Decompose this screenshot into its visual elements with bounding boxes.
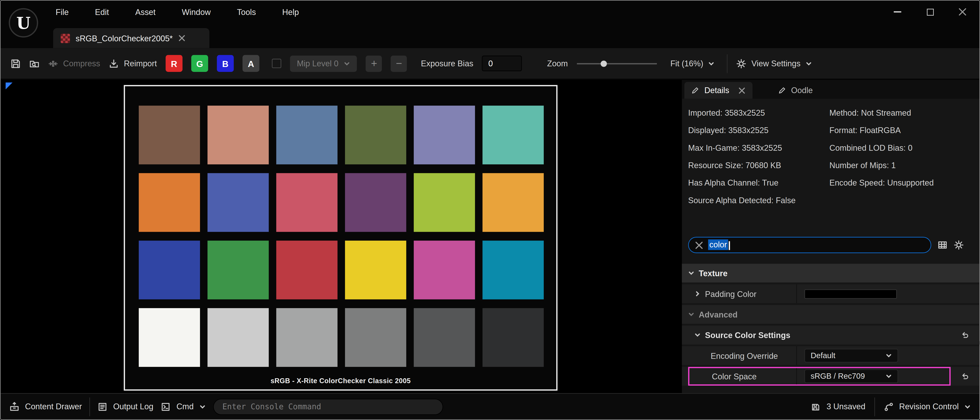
zoom-slider-thumb[interactable] (601, 60, 607, 67)
unreal-texture-editor-window: U File Edit Asset Window Tools Help sRGB… (0, 0, 980, 420)
swatch-neutral-35 (414, 308, 475, 367)
minus-icon: − (396, 57, 402, 70)
texture-info: Imported: 3583x2525 Displayed: 3583x2525… (682, 99, 979, 209)
save-button[interactable] (11, 59, 21, 68)
minimize-button[interactable] (891, 5, 904, 19)
exposure-bias-input[interactable]: 0 (482, 55, 522, 71)
swatch-yellow (345, 241, 406, 300)
reset-to-default-icon[interactable] (961, 331, 969, 339)
details-panel: Details Oodle Imported: 3583x2525 Displa… (681, 80, 979, 393)
source-color-settings-header[interactable]: Source Color Settings (682, 326, 979, 344)
cmd-icon (161, 401, 171, 412)
color-space-row: Color Space sRGB / Rec709 (682, 367, 979, 386)
collapse-arrow-icon (688, 270, 694, 276)
collapse-arrow-icon (688, 311, 694, 317)
text-caret (729, 241, 730, 250)
maximize-icon (927, 8, 934, 16)
details-close-icon[interactable] (738, 87, 746, 94)
details-search-row: color (682, 236, 979, 254)
padding-color-label-cell: Padding Color (682, 284, 796, 303)
expand-arrow-icon[interactable] (694, 291, 701, 297)
swatch-yellow-green (414, 173, 475, 232)
channel-r-button[interactable]: R (165, 55, 183, 72)
swatch-bluish-green (482, 106, 544, 164)
chevron-down-icon (886, 373, 892, 379)
menu-items: File Edit Asset Window Tools Help (53, 6, 301, 18)
close-button[interactable] (956, 5, 969, 19)
texture-thumbnail-icon (60, 33, 70, 43)
texture-section-header[interactable]: Texture (682, 264, 979, 282)
mip-plus-button[interactable]: + (366, 55, 382, 72)
unsaved-assets-button[interactable]: 3 Unsaved (811, 401, 865, 412)
color-space-value-cell: sRGB / Rec709 (796, 368, 950, 385)
search-input[interactable]: color (688, 237, 931, 253)
collapse-arrow-icon (694, 332, 701, 338)
texture-viewport[interactable]: sRGB - X-Rite ColorChecker Classic 2005 (1, 80, 681, 393)
reimport-button[interactable]: Reimport (109, 59, 157, 68)
find-in-content-browser-button[interactable] (29, 59, 39, 68)
compress-button[interactable]: Compress (48, 59, 100, 68)
swatch-neutral-5 (345, 308, 406, 367)
color-space-dropdown[interactable]: sRGB / Rec709 (804, 369, 898, 383)
cmd-dropdown[interactable]: Cmd (161, 401, 205, 412)
info-num-mips: Number of Mips: 1 (829, 157, 934, 174)
menu-tools[interactable]: Tools (234, 6, 258, 18)
menu-asset[interactable]: Asset (133, 6, 158, 18)
fit-dropdown[interactable]: Fit (16%) (670, 59, 714, 68)
clear-search-icon[interactable] (695, 241, 703, 249)
texture-info-left-column: Imported: 3583x2525 Displayed: 3583x2525… (688, 104, 795, 209)
statusbar-right-group: 3 Unsaved Revision Control (811, 397, 970, 416)
unreal-logo[interactable]: U (9, 8, 38, 38)
oodle-icon (778, 86, 786, 94)
gear-icon (737, 59, 746, 68)
zoom-slider[interactable] (577, 60, 657, 67)
mip-minus-button[interactable]: − (391, 55, 407, 72)
padding-color-row[interactable]: Padding Color (682, 284, 979, 303)
menu-edit[interactable]: Edit (92, 6, 111, 18)
swatch-grid (139, 106, 544, 367)
window-controls (891, 1, 969, 23)
chevron-down-icon (805, 60, 812, 67)
info-method: Method: Not Streamed (829, 104, 934, 122)
tab-close-icon[interactable] (178, 34, 186, 42)
console-command-input[interactable] (213, 398, 443, 415)
tab-oodle[interactable]: Oodle (771, 82, 819, 99)
channel-g-button[interactable]: G (191, 55, 208, 72)
view-settings-dropdown[interactable]: View Settings (737, 59, 812, 68)
revision-control-button[interactable]: Revision Control (883, 401, 970, 412)
swatch-black (482, 308, 544, 367)
asset-tab-title: sRGB_ColorChecker2005* (76, 33, 173, 43)
statusbar-separator (89, 397, 90, 416)
swatch-cyan (482, 241, 544, 300)
chevron-down-icon (964, 404, 970, 410)
advanced-section-header[interactable]: Advanced (682, 305, 979, 324)
swatch-neutral-65 (276, 308, 337, 367)
encoding-override-dropdown[interactable]: Default (804, 349, 898, 363)
details-tab-strip: Details Oodle (682, 80, 979, 99)
main-area: sRGB - X-Rite ColorChecker Classic 2005 … (1, 80, 979, 393)
swatch-blue-flower (414, 106, 475, 164)
mip-level-checkbox[interactable] (272, 59, 281, 68)
output-log-button[interactable]: Output Log (97, 401, 153, 412)
info-lod-bias: Combined LOD Bias: 0 (829, 139, 934, 157)
plus-icon: + (371, 57, 377, 70)
menu-file[interactable]: File (53, 6, 71, 18)
color-space-highlight-box: Color Space sRGB / Rec709 (688, 367, 951, 386)
detail-settings-gear-icon[interactable] (954, 240, 964, 250)
color-space-label-cell: Color Space (689, 368, 796, 385)
channel-a-button[interactable]: A (242, 55, 259, 72)
menu-help[interactable]: Help (280, 6, 301, 18)
reset-to-default-icon[interactable] (961, 372, 969, 380)
tab-details[interactable]: Details (684, 82, 752, 99)
toolbar-separator (727, 54, 728, 73)
table-view-icon[interactable] (937, 240, 948, 250)
asset-tab[interactable]: sRGB_ColorChecker2005* (53, 28, 209, 48)
maximize-button[interactable] (923, 5, 937, 19)
mip-level-dropdown[interactable]: Mip Level 0 (290, 55, 357, 72)
channel-b-button[interactable]: B (217, 55, 234, 72)
padding-color-swatch[interactable] (804, 289, 897, 298)
content-drawer-button[interactable]: Content Drawer (10, 401, 82, 412)
output-log-icon (97, 401, 108, 412)
menu-window[interactable]: Window (179, 6, 213, 18)
property-list: Texture Padding Color Advanced (682, 264, 979, 386)
